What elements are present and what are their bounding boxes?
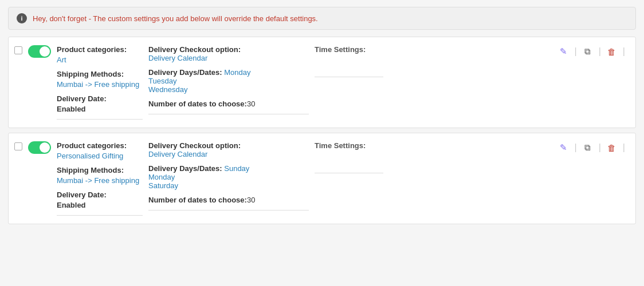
- select-checkbox-1[interactable]: [14, 46, 22, 54]
- copy-button-2[interactable]: ⧉: [582, 141, 594, 154]
- divider3-2: |: [622, 142, 626, 153]
- divider1-1: |: [574, 46, 578, 57]
- delete-button-2[interactable]: 🗑: [606, 141, 618, 154]
- info-icon: i: [17, 13, 27, 23]
- time-divider-1: [315, 77, 383, 77]
- rule-row-1: Product categories: Art Shipping Methods…: [8, 37, 636, 128]
- section-divider-2: [57, 215, 143, 216]
- col-delivery-1: Delivery Checkout option: Delivery Calen…: [148, 45, 309, 114]
- delivery-divider-2: [148, 210, 309, 210]
- delivery-days-first-2: Sunday: [224, 164, 249, 173]
- col-actions-2: ✎ | ⧉ | 🗑 |: [435, 141, 630, 154]
- delivery-date-label-1: Delivery Date:: [57, 94, 143, 103]
- delete-icon-1: 🗑: [607, 47, 616, 57]
- edit-icon-2: ✎: [560, 142, 567, 153]
- info-text: Hey, don't forget - The custom settings …: [33, 14, 318, 23]
- num-dates-label-1: Number of dates to choose:: [148, 100, 247, 108]
- delivery-checkout-value-2: Delivery Calendar: [148, 150, 309, 158]
- col-time-2: Time Settings:: [315, 141, 429, 173]
- section-divider-1: [57, 119, 143, 120]
- delivery-date-label-2: Delivery Date:: [57, 190, 143, 199]
- delivery-checkout-wrap-2: Delivery Checkout option: Delivery Calen…: [148, 141, 309, 158]
- time-divider-2: [315, 173, 383, 173]
- col-product-1: Product categories: Art Shipping Methods…: [57, 45, 143, 120]
- time-settings-label-2: Time Settings:: [315, 141, 366, 150]
- col-time-1: Time Settings:: [315, 45, 429, 77]
- delivery-day-1-2: Wednesday: [148, 85, 309, 94]
- col-product-2: Product categories: Personalised Gifting…: [57, 141, 143, 216]
- product-categories-label-2: Product categories:: [57, 141, 143, 150]
- delivery-date-value-1: Enabled: [57, 105, 143, 113]
- product-categories-value-1: Art: [57, 55, 143, 64]
- product-categories-label-1: Product categories:: [57, 45, 143, 54]
- delivery-days-first-1: Monday: [224, 68, 250, 77]
- divider2-2: |: [598, 142, 602, 153]
- info-banner: i Hey, don't forget - The custom setting…: [8, 7, 636, 30]
- delete-icon-2: 🗑: [607, 143, 616, 153]
- num-dates-label-2: Number of dates to choose:: [148, 196, 247, 204]
- shipping-methods-label-2: Shipping Methods:: [57, 166, 143, 174]
- delivery-checkout-value-1: Delivery Calendar: [148, 54, 309, 62]
- delivery-checkout-label-2: Delivery Checkout option:: [148, 141, 241, 150]
- rules-container: Product categories: Art Shipping Methods…: [0, 37, 644, 224]
- delivery-day-2-2: Saturday: [148, 181, 309, 190]
- num-dates-value-2: 30: [247, 196, 255, 204]
- edit-button-1[interactable]: ✎: [557, 45, 570, 58]
- product-categories-value-2: Personalised Gifting: [57, 152, 143, 160]
- delivery-divider-1: [148, 114, 309, 114]
- delivery-checkout-label-1: Delivery Checkout option:: [148, 45, 241, 54]
- checkbox-wrap-1: [14, 46, 22, 54]
- divider3-1: |: [622, 46, 626, 57]
- time-settings-label-1: Time Settings:: [315, 45, 366, 54]
- delivery-day-2-1: Monday: [148, 173, 309, 181]
- delivery-days-label-1: Delivery Days/Dates:: [148, 68, 224, 77]
- divider1-2: |: [574, 142, 578, 153]
- col-delivery-2: Delivery Checkout option: Delivery Calen…: [148, 141, 309, 210]
- num-dates-2: Number of dates to choose:30: [148, 196, 309, 204]
- delivery-days-row-1: Delivery Days/Dates: Monday TuesdayWedne…: [148, 68, 309, 94]
- delivery-checkout-wrap-1: Delivery Checkout option: Delivery Calen…: [148, 45, 309, 62]
- shipping-methods-label-1: Shipping Methods:: [57, 70, 143, 78]
- divider2-1: |: [598, 46, 602, 57]
- delivery-date-value-2: Enabled: [57, 201, 143, 209]
- shipping-methods-value-2: Mumbai -> Free shipping: [57, 176, 143, 185]
- edit-button-2[interactable]: ✎: [557, 141, 570, 154]
- select-checkbox-2[interactable]: [14, 142, 22, 150]
- num-dates-value-1: 30: [247, 100, 255, 108]
- delivery-days-label-2: Delivery Days/Dates:: [148, 164, 224, 173]
- rule-row-2: Product categories: Personalised Gifting…: [8, 133, 636, 224]
- num-dates-1: Number of dates to choose:30: [148, 100, 309, 108]
- toggle-2[interactable]: [28, 141, 51, 154]
- toggle-1[interactable]: [28, 45, 51, 58]
- info-text-prefix: Hey, don't forget -: [33, 14, 93, 23]
- checkbox-wrap-2: [14, 142, 22, 150]
- delete-button-1[interactable]: 🗑: [606, 45, 618, 58]
- delivery-day-1-1: Tuesday: [148, 77, 309, 85]
- col-actions-1: ✎ | ⧉ | 🗑 |: [435, 45, 630, 58]
- copy-icon-1: ⧉: [584, 46, 591, 57]
- info-text-highlight: The custom settings you add below will o…: [93, 14, 317, 23]
- delivery-days-row-2: Delivery Days/Dates: Sunday MondaySaturd…: [148, 164, 309, 190]
- copy-button-1[interactable]: ⧉: [582, 45, 594, 58]
- edit-icon-1: ✎: [560, 46, 567, 57]
- shipping-methods-value-1: Mumbai -> Free shipping: [57, 80, 143, 89]
- copy-icon-2: ⧉: [584, 142, 591, 153]
